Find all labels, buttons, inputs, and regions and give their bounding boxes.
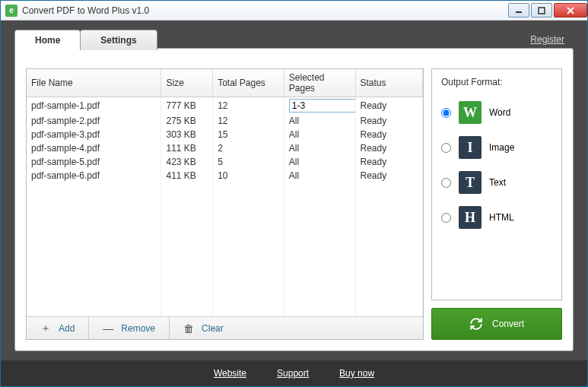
cell-pages: 12 [213,114,284,128]
format-label: Word [489,107,510,118]
remove-label: Remove [121,323,155,334]
tab-home[interactable]: Home [14,30,81,50]
footer-buy-link[interactable]: Buy now [339,368,374,379]
minimize-button[interactable] [508,3,529,17]
format-radio-word[interactable] [441,108,451,118]
register-link[interactable]: Register [530,34,564,45]
cell-status: Ready [355,114,423,128]
table-row[interactable]: pdf-sample-2.pdf 275 KB 12 All Ready [27,114,423,128]
format-radio-html[interactable] [441,213,451,223]
cell-pages: 2 [213,141,284,155]
cell-size: 275 KB [161,114,213,128]
add-button[interactable]: ＋ Add [27,317,89,339]
app-icon: e [5,5,17,17]
col-size[interactable]: Size [161,69,213,97]
output-format-panel: Output Format: W Word I Image T Text H H… [431,68,562,300]
app-window: e Convert PDF to Word Plus v1.0 Home Set… [0,0,588,387]
minimize-icon [515,7,523,14]
clear-label: Clear [202,323,224,334]
tab-settings[interactable]: Settings [80,30,157,50]
image-format-icon: I [459,136,482,159]
cell-pages: 15 [213,128,284,141]
format-option-image[interactable]: I Image [441,136,552,159]
convert-button[interactable]: Convert [431,308,562,340]
format-radio-image[interactable] [441,143,451,153]
cell-filename: pdf-sample-5.pdf [27,155,161,169]
cell-pages: 10 [213,169,284,182]
cell-status: Ready [355,141,423,155]
text-format-icon: T [459,171,482,194]
close-icon [566,7,575,14]
col-status[interactable]: Status [355,69,423,97]
cell-status: Ready [355,97,423,115]
format-option-word[interactable]: W Word [441,101,552,124]
word-format-icon: W [459,101,482,124]
footer-website-link[interactable]: Website [214,368,246,379]
cell-pages: 12 [213,97,284,115]
col-total-pages[interactable]: Total Pages [213,69,284,97]
format-option-text[interactable]: T Text [441,171,552,194]
titlebar[interactable]: e Convert PDF to Word Plus v1.0 [1,1,587,21]
format-label: Text [489,177,506,188]
cell-filename: pdf-sample-2.pdf [27,114,161,128]
cell-selected[interactable]: All [284,114,355,128]
selected-pages-input[interactable] [289,99,355,113]
table-row[interactable]: pdf-sample-4.pdf 111 KB 2 All Ready [27,141,423,155]
cell-status: Ready [355,128,423,141]
footer: Website Support Buy now [1,360,587,386]
maximize-button[interactable] [531,3,552,17]
table-row[interactable]: pdf-sample-3.pdf 303 KB 15 All Ready [27,128,423,141]
convert-label: Convert [492,319,524,329]
cell-selected[interactable]: All [284,155,355,169]
svg-rect-1 [539,8,545,14]
format-label: HTML [489,212,514,223]
format-label: Image [489,142,514,153]
action-bar: ＋ Add — Remove 🗑 Clear [27,316,423,339]
close-button[interactable] [554,3,587,17]
cell-size: 423 KB [161,155,213,169]
remove-button[interactable]: — Remove [89,317,170,339]
maximize-icon [538,7,545,14]
add-label: Add [59,323,75,334]
refresh-icon [469,317,483,331]
cell-selected[interactable]: All [284,128,355,141]
cell-filename: pdf-sample-1.pdf [27,97,161,115]
cell-selected[interactable]: All [284,141,355,155]
cell-status: Ready [355,155,423,169]
col-selected-pages[interactable]: Selected Pages [284,69,355,97]
format-option-html[interactable]: H HTML [441,206,552,229]
clear-button[interactable]: 🗑 Clear [170,317,237,339]
cell-size: 303 KB [161,128,213,141]
minus-icon: — [103,322,113,335]
table-row[interactable]: pdf-sample-1.pdf 777 KB 12 Ready [27,97,423,115]
file-table: File Name Size Total Pages Selected Page… [27,69,423,316]
cell-pages: 5 [213,155,284,169]
trash-icon: 🗑 [183,322,194,335]
cell-status: Ready [355,169,423,182]
cell-selected[interactable] [284,97,355,115]
main-panel: File Name Size Total Pages Selected Page… [14,48,574,351]
cell-filename: pdf-sample-6.pdf [27,169,161,182]
cell-filename: pdf-sample-4.pdf [27,141,161,155]
cell-filename: pdf-sample-3.pdf [27,128,161,141]
cell-size: 411 KB [161,169,213,182]
cell-size: 111 KB [161,141,213,155]
html-format-icon: H [459,206,482,229]
format-radio-text[interactable] [441,178,451,188]
file-list-panel: File Name Size Total Pages Selected Page… [26,68,424,340]
plus-icon: ＋ [40,322,51,335]
cell-size: 777 KB [161,97,213,115]
output-format-title: Output Format: [441,77,552,87]
col-filename[interactable]: File Name [27,69,161,97]
table-row[interactable]: pdf-sample-6.pdf 411 KB 10 All Ready [27,169,423,182]
table-row[interactable]: pdf-sample-5.pdf 423 KB 5 All Ready [27,155,423,169]
footer-support-link[interactable]: Support [277,368,309,379]
cell-selected[interactable]: All [284,169,355,182]
window-title: Convert PDF to Word Plus v1.0 [22,5,507,16]
